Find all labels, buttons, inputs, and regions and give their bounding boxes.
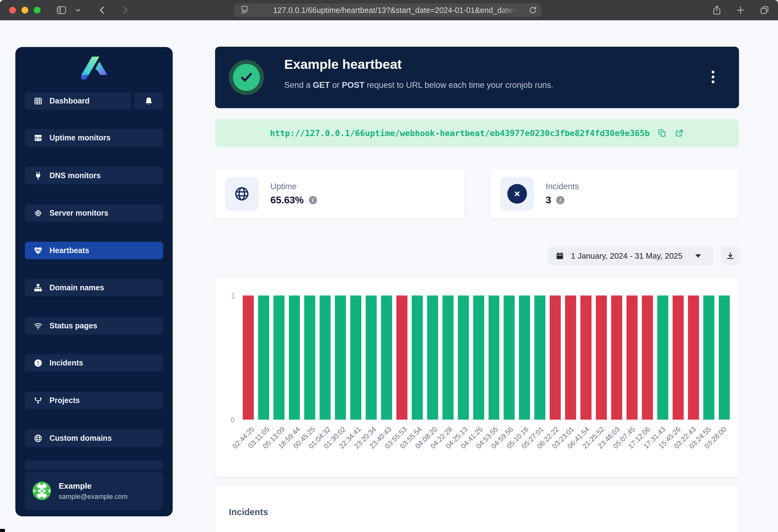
uptime-stat-card: Uptime 65.63% i [215, 169, 465, 219]
sidebar-item-uptime-monitors[interactable]: Uptime monitors [25, 129, 163, 147]
sidebar-item-server-monitors[interactable]: Server monitors [25, 204, 163, 222]
reload-button[interactable] [528, 6, 537, 16]
sidebar-item-label: Incidents [50, 358, 83, 367]
chart-bar[interactable] [703, 295, 714, 420]
chart-bar[interactable] [366, 295, 377, 420]
sidebar-item-dns-monitors[interactable]: DNS monitors [25, 167, 163, 184]
chart-bar[interactable] [580, 295, 592, 420]
chart-bar[interactable] [396, 295, 407, 420]
sidebar-item-label: Server monitors [50, 208, 108, 217]
flow-branch-icon [33, 396, 43, 405]
chart-bar[interactable] [473, 295, 484, 420]
chart-bar[interactable] [596, 295, 607, 420]
url-fade [500, 3, 525, 17]
chevron-down-icon[interactable] [74, 6, 82, 14]
profile-email: sample@example.com [59, 493, 128, 501]
sidebar-item-custom-domains[interactable]: Custom domains [25, 429, 163, 447]
chart-bar[interactable] [412, 295, 423, 420]
more-options-button[interactable] [707, 68, 719, 86]
chart-bar[interactable] [657, 295, 668, 420]
copy-icon[interactable] [657, 128, 667, 138]
webhook-url-link[interactable]: http://127.0.0.1/66uptime/webhook-heartb… [270, 128, 649, 138]
y-axis-tick-0: 0 [230, 416, 234, 424]
chart-bar[interactable] [381, 295, 392, 420]
chart-bar[interactable] [719, 295, 730, 420]
y-axis-tick-1: 1 [231, 291, 235, 300]
chart-bars [243, 295, 730, 420]
heart-pulse-icon [33, 246, 43, 255]
chart-bar[interactable] [503, 295, 515, 420]
sidebar-item-heartbeats[interactable]: Heartbeats [25, 242, 163, 259]
profile-card[interactable]: Example sample@example.com [25, 472, 163, 510]
chart-bar[interactable] [519, 295, 530, 420]
chart-bar[interactable] [626, 295, 638, 420]
globe-icon [33, 434, 43, 443]
chart-bar[interactable] [565, 295, 576, 420]
address-bar[interactable]: 127.0.0.1/66uptime/heartbeat/13?&start_d… [234, 3, 541, 17]
chart-bar[interactable] [534, 295, 545, 420]
globe-icon [225, 177, 259, 211]
window-minimize-button[interactable] [21, 7, 28, 13]
sidebar-item-label: Custom domains [50, 434, 112, 443]
website-icon [240, 5, 249, 15]
sidebar-item-label: Status pages [50, 321, 97, 330]
sidebar-item-domain-names[interactable]: Domain names [25, 279, 163, 296]
grid-icon [33, 96, 43, 106]
chart-bar[interactable] [320, 295, 331, 420]
forward-button[interactable] [118, 5, 132, 15]
chart-bar[interactable] [274, 295, 285, 420]
chart-bar[interactable] [304, 295, 315, 420]
chart-bar[interactable] [488, 295, 499, 420]
heartbeat-header-card [215, 47, 739, 108]
sidebar-item-label: DNS monitors [50, 171, 101, 180]
chart-bar[interactable] [673, 295, 684, 420]
sidebar-item-projects[interactable]: Projects [25, 391, 163, 409]
chart-bar[interactable] [642, 295, 653, 420]
server-stack-icon [33, 133, 43, 143]
alert-circle-icon [33, 358, 43, 368]
chart-bar[interactable] [443, 295, 454, 420]
sidebar-item-incidents[interactable]: Incidents [25, 354, 163, 372]
cpu-icon [33, 208, 43, 218]
chart-bar[interactable] [350, 295, 361, 420]
sidebar-item-label: Projects [50, 396, 80, 405]
sidebar-item-dashboard[interactable]: Dashboard [25, 92, 131, 110]
status-check-icon [233, 64, 260, 91]
date-range-picker[interactable]: 1 January, 2024 - 31 May, 2025 [548, 247, 714, 265]
incidents-value: 3 [546, 194, 551, 206]
page-title: Example heartbeat [284, 57, 402, 72]
chart-bar[interactable] [258, 295, 269, 420]
chart-bar[interactable] [458, 295, 469, 420]
share-button[interactable] [712, 4, 722, 16]
window-zoom-button[interactable] [34, 7, 41, 13]
download-button[interactable] [721, 247, 740, 265]
window-close-button[interactable] [9, 7, 16, 13]
notifications-button[interactable] [134, 92, 163, 110]
chart-bar[interactable] [243, 295, 254, 420]
plug-icon [33, 171, 43, 180]
app-logo[interactable] [15, 53, 173, 82]
screen-artifact [0, 529, 5, 532]
chart-bar[interactable] [427, 295, 438, 420]
sitemap-icon [33, 283, 43, 292]
date-range-label: 1 January, 2024 - 31 May, 2025 [571, 251, 683, 261]
info-icon[interactable]: i [556, 196, 564, 204]
sidebar-toggle-icon[interactable] [55, 5, 68, 16]
sidebar-item-label: Heartbeats [50, 246, 89, 255]
back-button[interactable] [95, 5, 109, 15]
browser-chrome: 127.0.0.1/66uptime/heartbeat/13?&start_d… [0, 0, 778, 20]
external-link-icon[interactable] [675, 128, 684, 138]
info-icon[interactable]: i [309, 196, 317, 204]
sidebar-item-status-pages[interactable]: Status pages [25, 317, 163, 335]
chart-bar[interactable] [550, 295, 561, 420]
url-text: 127.0.0.1/66uptime/heartbeat/13?&start_d… [249, 6, 541, 15]
sidebar-item-label: Domain names [50, 283, 104, 292]
sidebar-item-partial[interactable] [25, 460, 163, 470]
chart-bar[interactable] [289, 295, 300, 420]
sidebar: Dashboard Uptime monitors DNS monitors [15, 47, 173, 516]
tab-overview-button[interactable] [759, 5, 770, 16]
chart-bar[interactable] [688, 295, 699, 420]
chart-bar[interactable] [611, 295, 622, 420]
new-tab-button[interactable] [735, 5, 746, 15]
chart-bar[interactable] [335, 295, 346, 420]
